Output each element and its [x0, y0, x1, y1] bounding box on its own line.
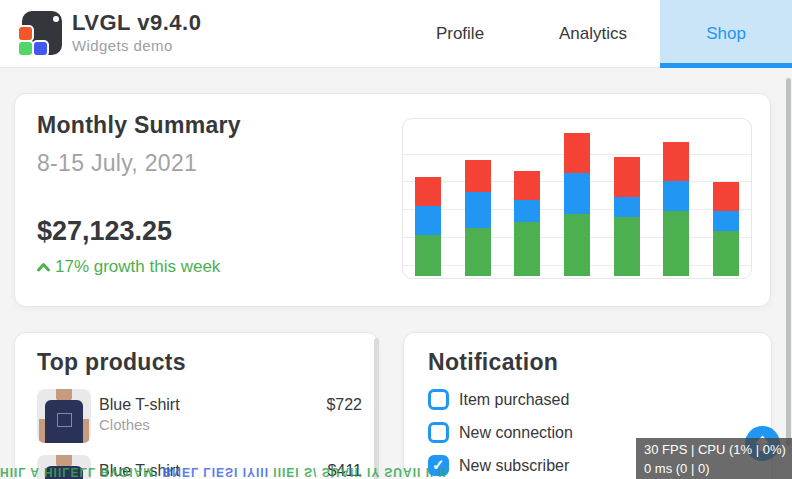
- green-series-segment: [663, 211, 689, 276]
- chart-bars: [403, 119, 751, 278]
- checkbox-item-purchased[interactable]: Item purchased: [428, 389, 569, 410]
- green-series-segment: [713, 231, 739, 276]
- top-products-card: Top products Blue T-shirt Clothes $722 B…: [14, 332, 379, 479]
- growth-up-chevron-icon: [36, 261, 51, 273]
- lvgl-widgets-demo-screen: LVGL v9.4.0 Widgets demo Profile Analyti…: [0, 0, 792, 479]
- lvgl-logo-icon: [18, 11, 62, 57]
- checkbox-icon[interactable]: [428, 389, 449, 410]
- top-products-title: Top products: [37, 349, 186, 376]
- checkbox-new-connection[interactable]: New connection: [428, 422, 573, 443]
- chart-bar: [713, 182, 739, 276]
- green-series-segment: [514, 222, 540, 276]
- red-series-segment: [564, 133, 590, 173]
- tab-analytics[interactable]: Analytics: [533, 0, 653, 68]
- chart-bar: [564, 133, 590, 276]
- red-series-segment: [713, 182, 739, 211]
- blue-series-segment: [614, 197, 640, 218]
- product-price: $722: [326, 396, 362, 414]
- green-series-segment: [614, 217, 640, 276]
- blue-series-segment: [415, 206, 441, 235]
- blue-series-segment: [465, 192, 491, 229]
- checkbox-label: Item purchased: [459, 391, 569, 409]
- red-series-segment: [663, 142, 689, 180]
- product-image-blue-tshirt: [37, 389, 91, 443]
- page-scrollbar[interactable]: [786, 78, 791, 446]
- product-list-item[interactable]: Blue T-shirt Clothes $722: [15, 389, 378, 449]
- blue-series-segment: [713, 211, 739, 232]
- header-bar: LVGL v9.4.0 Widgets demo Profile Analyti…: [0, 0, 792, 68]
- perf-render-time: 0 ms (0 | 0): [644, 459, 792, 478]
- logo-orange-square: [19, 27, 32, 40]
- summary-period: 8-15 July, 2021: [37, 150, 197, 177]
- chart-bar: [514, 171, 540, 276]
- summary-title: Monthly Summary: [37, 112, 241, 139]
- red-series-segment: [415, 177, 441, 206]
- chart-bar: [465, 160, 491, 276]
- logo-green-square: [19, 42, 32, 55]
- stacked-bar-chart: [402, 118, 752, 279]
- performance-monitor: 30 FPS | CPU (1% | 0%) 0 ms (0 | 0): [636, 438, 792, 479]
- tab-profile[interactable]: Profile: [400, 0, 520, 68]
- chart-bar: [614, 157, 640, 276]
- summary-growth-label: 17% growth this week: [55, 257, 220, 277]
- blue-series-segment: [514, 200, 540, 222]
- checkbox-label: New connection: [459, 424, 573, 442]
- logo-blue-square: [34, 42, 47, 55]
- green-series-segment: [415, 235, 441, 276]
- notification-title: Notification: [428, 349, 558, 376]
- green-series-segment: [564, 214, 590, 276]
- blue-series-segment: [564, 173, 590, 214]
- red-series-segment: [614, 157, 640, 197]
- summary-growth: 17% growth this week: [36, 257, 220, 277]
- checkbox-icon[interactable]: [428, 422, 449, 443]
- perf-fps-cpu: 30 FPS | CPU (1% | 0%): [644, 440, 792, 459]
- chart-bar: [415, 177, 441, 276]
- monthly-summary-card: Monthly Summary 8-15 July, 2021 $27,123.…: [14, 93, 771, 307]
- blue-series-segment: [663, 181, 689, 211]
- product-name: Blue T-shirt: [99, 396, 180, 414]
- red-series-segment: [514, 171, 540, 200]
- green-series-segment: [465, 228, 491, 276]
- product-category: Clothes: [99, 416, 150, 433]
- summary-amount: $27,123.25: [37, 216, 172, 247]
- app-title: LVGL v9.4.0: [72, 10, 201, 36]
- app-subtitle: Widgets demo: [72, 37, 173, 54]
- red-series-segment: [465, 160, 491, 192]
- chart-bar: [663, 142, 689, 276]
- products-scrollbar[interactable]: [374, 338, 379, 479]
- tab-shop[interactable]: Shop: [660, 0, 792, 68]
- screen-glitch-artifact: HIIL A HIILELL BVOIAM' BNEL LIESI IYIII …: [0, 467, 636, 479]
- active-tab-indicator: [660, 63, 792, 68]
